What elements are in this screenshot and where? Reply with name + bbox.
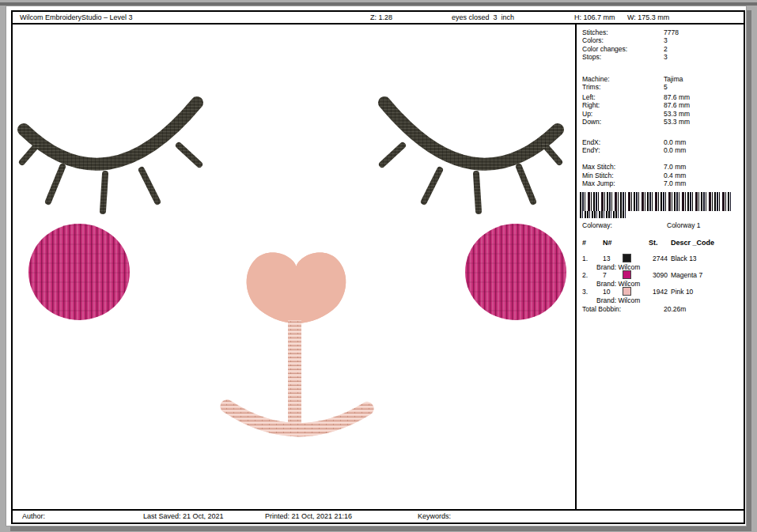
- total-bobbin-label: Total Bobbin:: [582, 305, 621, 313]
- stat-row-down: Down:53.3 mm: [577, 118, 745, 126]
- color-row-3: 3. 10 1942 Pink 10: [577, 288, 745, 296]
- stat-row-stops: Stops:3: [577, 53, 745, 62]
- worksheet-frame: Wilcom EmbroideryStudio – Level 3 Z: 1.2…: [11, 10, 745, 524]
- stat-row-right: Right:87.6 mm: [577, 101, 745, 110]
- zoom-level: Z: 1.28: [370, 13, 392, 21]
- eyelash-stitch-texture: [22, 103, 199, 211]
- color-row-2-brand: Brand: Wilcom: [577, 280, 745, 288]
- left-eye-lashes: [22, 103, 199, 211]
- worksheet-header-bar: Wilcom EmbroideryStudio – Level 3 Z: 1.2…: [13, 12, 744, 25]
- nose-stitch-texture: [247, 253, 346, 323]
- heart-nose: [247, 253, 346, 323]
- colorway-row: Colorway: Colorway 1: [577, 221, 745, 229]
- last-saved-text: Last Saved: 21 Oct, 2021: [143, 512, 224, 520]
- left-cheek: [28, 224, 130, 320]
- color-row-1: 1. 13 2744 Black 13: [577, 255, 745, 262]
- total-bobbin-value: 20.26m: [664, 305, 686, 313]
- color-row-1-brand: Brand: Wilcom: [577, 263, 745, 271]
- stat-row-max-stitch: Max Stitch:7.0 mm: [577, 163, 745, 172]
- worksheet-footer-bar: Author: Last Saved: 21 Oct, 2021 Printed…: [13, 509, 744, 523]
- stat-row-trims: Trims:5: [577, 83, 745, 92]
- design-width: W: 175.3 mm: [627, 13, 669, 21]
- colorway-table-header: # N# St. Descr _Code: [577, 239, 745, 247]
- design-barcode: [580, 192, 731, 211]
- design-name: eyes closed 3 inch: [452, 13, 514, 21]
- stat-row-max-jump: Max Jump:7.0 mm: [577, 179, 745, 188]
- color-row-2: 2. 7 3090 Magenta 7: [577, 271, 745, 279]
- color-row-3-brand: Brand: Wilcom: [577, 296, 745, 304]
- stats-panel: Stitches:7778 Colors:3 Color changes:2 S…: [577, 25, 745, 511]
- app-title: Wilcom EmbroideryStudio – Level 3: [20, 13, 133, 21]
- print-preview-window: { "header": { "app_title": "Wilcom Embro…: [0, 0, 757, 532]
- printed-text: Printed: 21 Oct, 2021 21:16: [265, 512, 352, 520]
- right-cheek-stitch-texture: [465, 224, 566, 320]
- color-swatch-black: [623, 254, 631, 262]
- design-height: H: 106.7 mm: [574, 13, 615, 21]
- right-cheek: [465, 224, 566, 320]
- print-preview-page: Wilcom EmbroideryStudio – Level 3 Z: 1.2…: [6, 6, 747, 526]
- author-label: Author:: [22, 512, 45, 520]
- colorway-label: Colorway:: [582, 221, 612, 229]
- left-cheek-stitch-texture: [28, 224, 130, 320]
- design-barcode-tail: [580, 211, 626, 218]
- right-eye-lashes: [382, 103, 559, 211]
- color-swatch-pink: [623, 287, 631, 296]
- keywords-label: Keywords:: [418, 512, 451, 520]
- total-bobbin-row: Total Bobbin: 20.26m: [577, 305, 745, 313]
- colorway-value: Colorway 1: [667, 221, 701, 229]
- stat-row-colors: Colors:3: [577, 36, 745, 45]
- design-canvas: [13, 25, 574, 511]
- color-swatch-magenta: [623, 270, 631, 279]
- stat-row-endy: EndY:0.0 mm: [577, 146, 745, 155]
